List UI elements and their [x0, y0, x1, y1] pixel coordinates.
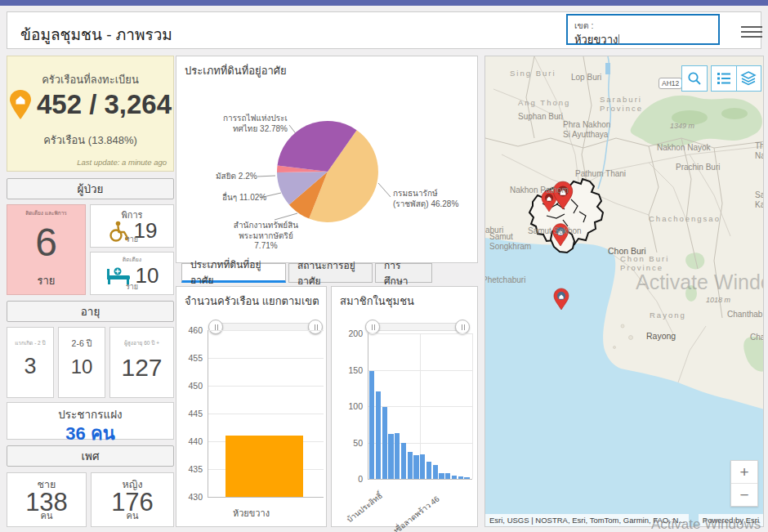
map-label: Sing Buri — [510, 69, 556, 78]
map-label: Prachin Buri — [676, 163, 720, 172]
age-label-2: ผู้สูงอายุ 60 ปี + — [110, 339, 173, 347]
members-chart-panel: สมาชิกในชุมชน 050100150200 บ้านประสิทธิ์… — [331, 286, 478, 527]
tab-education[interactable]: การศึกษา — [375, 263, 432, 283]
map-label: Phra Nakhon Si Ayutthaya — [563, 120, 610, 139]
bar[interactable] — [445, 473, 450, 479]
map-label: Tha Natio — [755, 141, 764, 160]
age-card-2: ผู้สูงอายุ 60 ปี + 127 — [109, 327, 174, 398]
map-label: Nakhon Pathom — [510, 186, 569, 195]
map-label: Nakhon Nayok — [657, 143, 711, 153]
age-card-1: 2-6 ปี 10 — [58, 327, 105, 398]
map-label: Pathum Thani — [575, 169, 626, 179]
map-search-button[interactable] — [681, 65, 708, 92]
map-label: Samut Sakhon — [528, 226, 582, 236]
bar[interactable] — [464, 477, 469, 479]
bar[interactable] — [401, 443, 406, 479]
bedridden-card: ติดเตียง 10 ราย — [90, 252, 174, 295]
map-zoom-control: + − — [730, 460, 758, 507]
bar[interactable] — [225, 436, 303, 497]
pie-label-treasury: กรมธนารักษ์ (ราชพัสดุ) 46.28% — [393, 189, 475, 209]
age-label-1: 2-6 ปี — [59, 337, 105, 351]
bedridden-unit: ราย — [91, 281, 173, 293]
hidden-population-value: 36 คน — [7, 419, 173, 448]
page-title: ข้อมูลชุมชน - ภาพรวม — [20, 22, 172, 47]
map-label: Rayong — [650, 311, 686, 320]
pie-label-railway: การรถไฟแห่งประเ ทศไทย 32.78% — [222, 114, 288, 134]
disabled-card: พิการ 19 ราย — [90, 204, 174, 248]
section-header-age[interactable]: อายุ — [7, 301, 174, 322]
bar[interactable] — [388, 434, 393, 479]
bedridden-disabled-unit: ราย — [7, 272, 85, 289]
menu-icon[interactable] — [741, 23, 762, 39]
text-cursor — [618, 34, 619, 45]
map-label: Chachoengsao — [649, 215, 721, 224]
bar[interactable] — [420, 454, 425, 479]
map-panel[interactable]: Sing BuriLop BuriAng ThongSaraburi Provi… — [484, 56, 764, 527]
map-label: Samut Songkhram — [489, 232, 531, 251]
top-accent-bar — [0, 0, 768, 6]
pie-chart — [176, 56, 479, 262]
bar[interactable] — [408, 452, 413, 479]
members-plot: 050100150200 — [332, 287, 477, 526]
age-value-1: 10 — [59, 355, 105, 378]
pie-label-crown: สำนักงานทรัพย์สิน พระมหากษัตริย์ 7.71% — [227, 221, 305, 252]
bedridden-disabled-card: ติดเตียง และพิการ 6 ราย — [7, 204, 86, 295]
layers-icon — [740, 71, 757, 86]
female-unit: คน — [92, 508, 173, 523]
hidden-population-card: ประชากรแฝง 36 คน — [7, 402, 174, 440]
households-plot: 430435440445450455460 — [176, 287, 326, 526]
zone-filter-input[interactable]: เขต : ห้วยขวาง — [566, 14, 720, 45]
map-label: aburi — [485, 226, 503, 235]
bar[interactable] — [369, 371, 374, 479]
map-label: Suphan Buri — [518, 112, 563, 122]
age-label-0: แรกเกิด - 2 ปี — [7, 339, 53, 347]
household-count: 452 / 3,264 — [37, 89, 172, 120]
bar[interactable] — [426, 462, 431, 479]
tab-residence-status[interactable]: สถานะการอยู่อาศัย — [288, 263, 373, 283]
disabled-unit: ราย — [91, 234, 173, 245]
activate-windows-watermark: Activate Windows — [636, 270, 764, 294]
section-header-gender[interactable]: เพศ — [7, 445, 174, 467]
map-tools-group — [711, 65, 761, 92]
zoom-in-button[interactable]: + — [731, 461, 757, 484]
bar[interactable] — [452, 476, 457, 479]
household-percent: ครัวเรือน (13.848%) — [7, 132, 173, 149]
land-type-panel: ประเภทที่ดินที่อยู่อาศัย การรถไฟแห่งประเ… — [176, 56, 478, 263]
dashboard: { "header": { "title": "ข้อมูลชุมชน - ภา… — [0, 0, 768, 532]
zone-filter-value: ห้วยขวาง — [574, 31, 619, 48]
tab-land-type[interactable]: ประเภทที่ดินที่อยู่อาศัย — [181, 263, 286, 283]
map-label: Sa Ka — [755, 190, 764, 209]
age-card-0: แรกเกิด - 2 ปี 3 — [7, 327, 54, 398]
bar[interactable] — [433, 465, 438, 479]
section-header-patients[interactable]: ผู้ป่วย — [7, 178, 174, 199]
bar[interactable] — [413, 455, 418, 479]
last-update-text: Last update: a minute ago — [77, 158, 167, 167]
male-card: ชาย 138 คน — [7, 472, 87, 527]
households-chart-panel: จำนวนครัวเรือน แยกตามเขต 430435440445450… — [176, 286, 327, 527]
female-card: หญิง 176 คน — [91, 472, 174, 527]
search-icon — [687, 71, 702, 86]
bar[interactable] — [439, 473, 444, 479]
bar[interactable] — [376, 391, 381, 479]
zoom-out-button[interactable]: − — [731, 484, 757, 506]
app-header: ข้อมูลชุมชน - ภาพรวม เขต : ห้วยขวาง — [7, 11, 761, 49]
age-value-2: 127 — [110, 354, 173, 382]
map-label: Rayong — [646, 331, 676, 341]
pie-label-others: อื่นๆ 11.02% — [222, 193, 266, 203]
layers-button[interactable] — [736, 66, 761, 91]
household-card: ครัวเรือนที่ลงทะเบียน 452 / 3,264 ครัวเร… — [7, 56, 174, 172]
bar[interactable] — [458, 476, 463, 479]
map-label: 1018 m — [706, 296, 730, 304]
age-value-0: 3 — [7, 354, 53, 379]
map-label: Chon Buri — [608, 246, 646, 256]
household-card-title: ครัวเรือนที่ลงทะเบียน — [7, 71, 173, 88]
route-shield: AH12 — [659, 78, 682, 89]
bedridden-disabled-label: ติดเตียง และพิการ — [7, 209, 85, 217]
x-category-label: ห้วยขวาง — [176, 506, 326, 521]
pie-label-mosque: มัสยิด 2.2% — [216, 172, 257, 182]
bar[interactable] — [395, 433, 400, 479]
map-label: Chanthab — [727, 310, 762, 320]
legend-list-icon — [717, 72, 731, 85]
legend-button[interactable] — [712, 66, 736, 91]
bar[interactable] — [382, 407, 387, 479]
